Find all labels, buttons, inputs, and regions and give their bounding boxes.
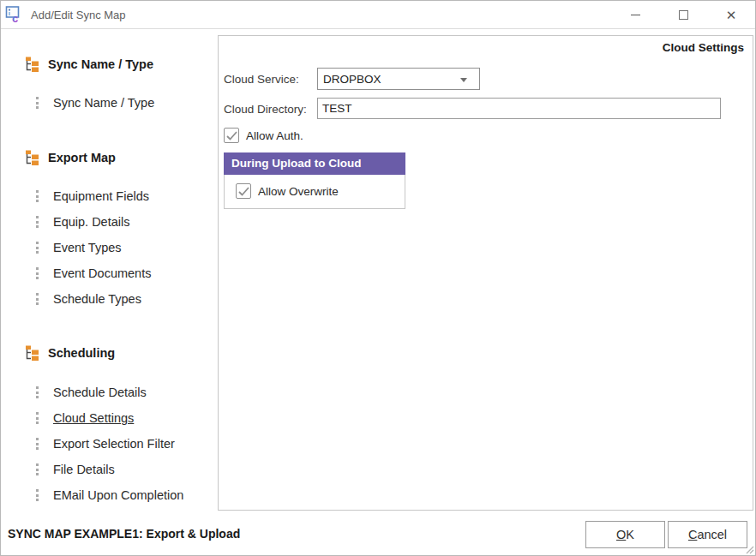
maximize-button[interactable]: [659, 1, 707, 29]
status-text: SYNC MAP EXAMPLE1: Export & Upload: [8, 527, 240, 541]
sidebar-item-schedule-types[interactable]: Schedule Types: [36, 290, 141, 308]
add-edit-sync-map-dialog: c Add/Edit Sync Map ✕ Sync Name / Type S…: [0, 0, 756, 556]
chevron-down-icon: [460, 78, 467, 82]
app-icon: c: [5, 5, 24, 24]
title-bar: c Add/Edit Sync Map ✕: [1, 1, 755, 29]
grip-dots-icon: [36, 437, 39, 451]
nav-section-export-map: Export Map: [25, 149, 116, 166]
window-title: Add/Edit Sync Map: [31, 9, 126, 21]
during-upload-group-box: Allow Overwrite: [224, 175, 405, 209]
nav-section-scheduling: Scheduling: [25, 344, 115, 362]
grip-dots-icon: [36, 488, 39, 502]
sidebar-item-equipment-fields[interactable]: Equipment Fields: [36, 188, 149, 205]
minimize-icon: [631, 15, 640, 15]
nav-section-label: Sync Name / Type: [48, 57, 153, 71]
maximize-icon: [679, 10, 688, 20]
resize-grip[interactable]: [744, 544, 754, 554]
grip-dots-icon: [36, 241, 39, 254]
panel-title: Cloud Settings: [663, 41, 744, 54]
grip-dots-icon: [36, 215, 39, 229]
ok-button[interactable]: OK: [585, 521, 665, 548]
minimize-button[interactable]: [611, 1, 659, 29]
tree-section-icon: [25, 150, 39, 165]
checkbox-box: [224, 128, 239, 143]
tree-section-icon: [25, 57, 39, 72]
sidebar-item-file-details[interactable]: File Details: [36, 461, 115, 478]
allow-auth-checkbox[interactable]: Allow Auth.: [224, 128, 303, 143]
check-icon: [226, 131, 237, 140]
cloud-service-value: DROPBOX: [323, 73, 381, 86]
cloud-service-dropdown[interactable]: DROPBOX: [317, 68, 480, 90]
sidebar-item-sync-name-type[interactable]: Sync Name / Type: [36, 94, 154, 111]
sidebar-item-event-types[interactable]: Event Types: [36, 239, 122, 256]
tree-section-icon: [25, 345, 39, 361]
nav-section-label: Export Map: [48, 151, 116, 164]
grip-dots-icon: [36, 96, 39, 110]
sidebar-item-event-documents[interactable]: Event Documents: [36, 265, 151, 282]
cloud-directory-label: Cloud Directory:: [224, 103, 307, 116]
during-upload-group-header: During Upload to Cloud: [224, 152, 405, 175]
cloud-service-label: Cloud Service:: [224, 73, 299, 86]
grip-dots-icon: [36, 266, 39, 280]
sidebar-item-cloud-settings[interactable]: Cloud Settings: [36, 410, 134, 427]
grip-dots-icon: [36, 386, 39, 399]
grip-dots-icon: [36, 189, 39, 203]
sidebar-item-export-selection-filter[interactable]: Export Selection Filter: [36, 435, 175, 452]
cloud-directory-input[interactable]: [317, 98, 721, 119]
svg-text:c: c: [12, 12, 18, 24]
close-button[interactable]: ✕: [707, 1, 755, 29]
sidebar-item-schedule-details[interactable]: Schedule Details: [36, 384, 147, 401]
cloud-settings-panel: Cloud Settings Cloud Service: DROPBOX Cl…: [218, 35, 753, 511]
grip-dots-icon: [36, 463, 39, 476]
grip-dots-icon: [36, 411, 39, 425]
nav-section-label: Scheduling: [48, 346, 115, 360]
grip-dots-icon: [36, 292, 39, 306]
checkbox-box: [236, 183, 251, 199]
sidebar-item-equip-details[interactable]: Equip. Details: [36, 213, 129, 230]
sidebar-item-email-upon-completion[interactable]: EMail Upon Completion: [36, 487, 183, 504]
nav-section-sync-name-type: Sync Name / Type: [25, 56, 153, 73]
close-icon: ✕: [726, 9, 737, 21]
allow-overwrite-label: Allow Overwrite: [258, 185, 339, 198]
allow-auth-label: Allow Auth.: [246, 129, 303, 142]
window-controls: ✕: [611, 1, 755, 29]
allow-overwrite-checkbox[interactable]: Allow Overwrite: [236, 183, 339, 199]
cancel-button[interactable]: Cancel: [668, 521, 747, 548]
check-icon: [238, 187, 249, 196]
